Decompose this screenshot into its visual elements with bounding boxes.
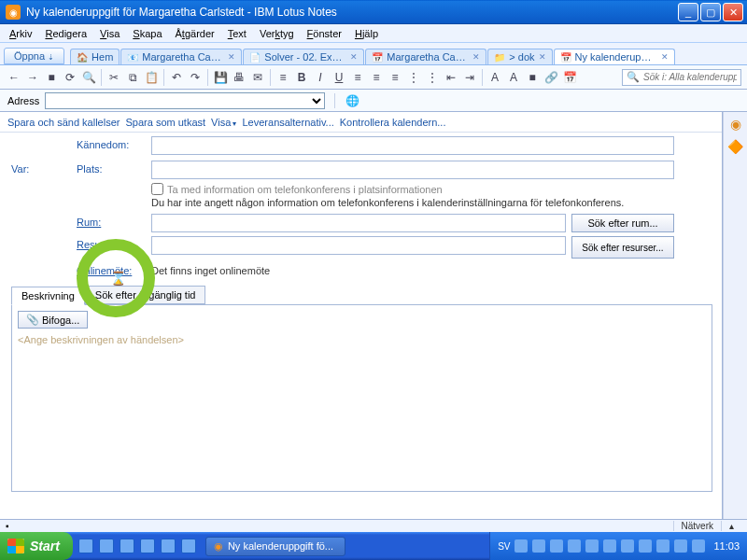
- tab-close-icon[interactable]: ✕: [350, 52, 358, 62]
- tb-paste[interactable]: 📋: [143, 69, 160, 86]
- menu-redigera[interactable]: Redigera: [39, 26, 92, 41]
- attach-button[interactable]: 📎Bifoga...: [18, 311, 88, 329]
- tab-ny-kalenderuppgift[interactable]: 📅Ny kalenderuppgift f...✕: [554, 49, 675, 64]
- tb-indent-left[interactable]: ⇤: [443, 69, 459, 86]
- tb-underline[interactable]: U: [331, 69, 347, 86]
- rum-field[interactable]: [151, 214, 566, 232]
- tb-font-down[interactable]: A: [486, 69, 503, 86]
- tab-dok[interactable]: 📁> dok✕: [487, 49, 552, 64]
- ql-icon-4[interactable]: [140, 539, 155, 553]
- rum-label[interactable]: Rum:: [77, 214, 151, 228]
- delivery-options-button[interactable]: Leveransalternativ...: [243, 117, 334, 128]
- tb-stop[interactable]: ■: [43, 69, 60, 86]
- ql-icon-1[interactable]: [78, 539, 93, 553]
- menu-verktyg[interactable]: Verktyg: [254, 26, 300, 41]
- tab-close-icon[interactable]: ✕: [472, 52, 480, 62]
- visa-dropdown[interactable]: Visa: [211, 117, 236, 128]
- tray-icon-9[interactable]: [656, 539, 669, 553]
- resurser-label[interactable]: Resurser:: [77, 236, 151, 250]
- tb-italic[interactable]: I: [312, 69, 329, 86]
- tab-close-icon[interactable]: ✕: [228, 52, 235, 62]
- tb-list1[interactable]: ⋮: [405, 69, 422, 86]
- tray-icon-6[interactable]: [603, 539, 616, 553]
- resurser-field[interactable]: [151, 236, 566, 255]
- tab-close-icon[interactable]: ✕: [539, 52, 546, 62]
- tray-clock[interactable]: 11:03: [710, 540, 740, 552]
- tb-properties[interactable]: ≡: [275, 69, 291, 86]
- search-box[interactable]: 🔍: [622, 69, 741, 86]
- tb-bold[interactable]: B: [293, 69, 310, 86]
- tab-solver[interactable]: 📄Solver - 02. Expertfun...✕: [243, 49, 364, 64]
- start-button[interactable]: Start: [0, 532, 73, 560]
- tb-copy[interactable]: ⧉: [124, 69, 141, 86]
- ql-icon-3[interactable]: [120, 539, 134, 553]
- tb-search[interactable]: 🔍: [80, 69, 97, 86]
- tb-undo[interactable]: ↶: [168, 69, 185, 86]
- tb-back[interactable]: ←: [6, 69, 22, 86]
- tb-color[interactable]: ■: [524, 69, 541, 86]
- tray-language[interactable]: SV: [498, 541, 510, 552]
- tb-redo[interactable]: ↷: [187, 69, 204, 86]
- menu-text[interactable]: Text: [222, 26, 252, 41]
- tray-icon-8[interactable]: [639, 539, 652, 553]
- sidebar: ◉ 🔶: [723, 112, 747, 519]
- task-lotus-notes[interactable]: ◉ Ny kalenderuppgift fö...: [205, 537, 345, 556]
- tray-icon-10[interactable]: [674, 539, 687, 553]
- globe-icon[interactable]: 🌐: [345, 93, 359, 108]
- menu-fonster[interactable]: Fönster: [302, 26, 347, 41]
- onlinemote-text: Det finns inget onlinemöte: [151, 262, 270, 276]
- tray-icon-4[interactable]: [568, 539, 581, 553]
- tb-align-left[interactable]: ≡: [349, 69, 366, 86]
- menu-hjalp[interactable]: Hjälp: [349, 26, 384, 41]
- tb-link[interactable]: 🔗: [543, 69, 559, 86]
- menu-arkiv[interactable]: Arkiv: [4, 26, 37, 41]
- tb-align-right[interactable]: ≡: [387, 69, 403, 86]
- sidebar-feed-icon[interactable]: 🔶: [727, 138, 744, 155]
- phone-conf-checkbox[interactable]: [151, 183, 163, 195]
- menu-atgarder[interactable]: Åtgärder: [170, 26, 220, 41]
- check-calendar-button[interactable]: Kontrollera kalendern...: [340, 117, 446, 128]
- tb-calendar[interactable]: 📅: [561, 69, 578, 86]
- tb-save[interactable]: 💾: [212, 69, 229, 86]
- sidebar-contacts-icon[interactable]: ◉: [727, 116, 744, 133]
- tab-close-icon[interactable]: ✕: [661, 52, 669, 62]
- plats-field[interactable]: [151, 161, 674, 179]
- open-button[interactable]: Öppna ⇣: [4, 48, 64, 64]
- tb-fwd[interactable]: →: [24, 69, 41, 86]
- tb-refresh[interactable]: ⟳: [62, 69, 78, 86]
- ql-icon-6[interactable]: [181, 539, 196, 553]
- tb-print[interactable]: 🖶: [231, 69, 247, 86]
- ql-icon-2[interactable]: [99, 539, 114, 553]
- menu-visa[interactable]: Visa: [94, 26, 125, 41]
- tray-icon-3[interactable]: [550, 539, 563, 553]
- tb-cut[interactable]: ✂: [106, 69, 122, 86]
- find-room-button[interactable]: Sök efter rum...: [571, 214, 674, 232]
- maximize-button[interactable]: ▢: [700, 3, 721, 21]
- menu-skapa[interactable]: Skapa: [127, 26, 167, 41]
- tab-hem[interactable]: 🏠Hem: [70, 49, 120, 64]
- minimize-button[interactable]: _: [678, 3, 698, 21]
- tb-mail[interactable]: ✉: [249, 69, 266, 86]
- tab-margaretha-cal[interactable]: 📅Margaretha Carlstedt ...✕: [365, 49, 486, 64]
- tray-icon-7[interactable]: [621, 539, 634, 553]
- address-input[interactable]: [45, 92, 325, 109]
- tray-icon-11[interactable]: [692, 539, 705, 553]
- tb-font-up[interactable]: A: [505, 69, 522, 86]
- ql-icon-5[interactable]: [161, 539, 176, 553]
- tray-icon-5[interactable]: [585, 539, 599, 553]
- close-button[interactable]: ✕: [723, 3, 743, 21]
- tb-indent-right[interactable]: ⇥: [461, 69, 478, 86]
- tab-sok-tid[interactable]: Sök efter tillgänglig tid: [85, 286, 206, 304]
- search-input[interactable]: [643, 72, 737, 82]
- find-resources-button[interactable]: Sök efter resurser...: [571, 236, 674, 259]
- tb-list2[interactable]: ⋮: [424, 69, 441, 86]
- kannedom-field[interactable]: [151, 136, 674, 155]
- tray-icon-2[interactable]: [532, 539, 545, 553]
- tb-align-center[interactable]: ≡: [368, 69, 385, 86]
- save-draft-button[interactable]: Spara som utkast: [125, 117, 205, 128]
- tab-beskrivning[interactable]: Beskrivning: [11, 287, 85, 305]
- save-send-button[interactable]: Spara och sänd kallelser: [7, 117, 120, 128]
- tray-icon-1[interactable]: [514, 539, 528, 553]
- description-placeholder[interactable]: <Ange beskrivningen av händelsen>: [18, 334, 706, 345]
- tab-margaretha-mail[interactable]: 📧Margaretha Carlstedt ...✕: [120, 49, 242, 64]
